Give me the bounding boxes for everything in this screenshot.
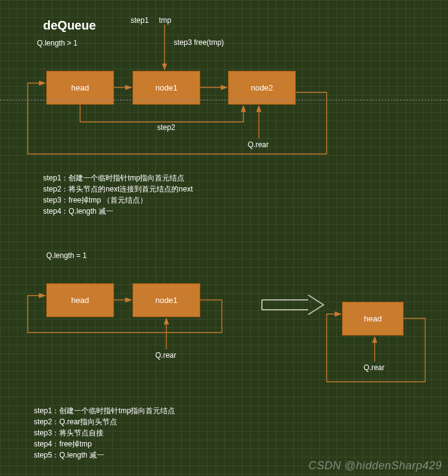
node-node1-2-label: node1 [155, 296, 177, 305]
steps-list-1: step1：创建一个临时指针tmp指向首元结点 step2：将头节点的next连… [43, 172, 193, 217]
diagram-title: deQueue [43, 18, 96, 33]
transform-arrow-icon [259, 292, 327, 317]
s2-step1: step1：创建一个临时指针tmp指向首元结点 [34, 405, 175, 416]
label-tmp: tmp [159, 16, 171, 25]
step3-text: step3：free掉tmp （首元结点） [43, 195, 193, 206]
dashed-divider [0, 100, 448, 100]
node-head-2: head [46, 283, 114, 317]
step1-text: step1：创建一个临时指针tmp指向首元结点 [43, 172, 193, 184]
node-node1-2: node1 [132, 283, 200, 317]
node-head-after: head [342, 302, 404, 336]
s2-step5: step5：Q.length 减一 [34, 450, 175, 461]
node-node1-1-label: node1 [155, 83, 177, 92]
s2-step2: step2：Q.rear指向头节点 [34, 416, 175, 427]
label-step3: step3 free(tmp) [174, 38, 224, 47]
watermark: CSDN @hiddenSharp429 [309, 459, 442, 472]
condition-2: Q.length = 1 [46, 251, 87, 260]
label-step1: step1 [131, 16, 149, 25]
node-head-1-label: head [71, 83, 89, 92]
label-qrear-1: Q.rear [248, 140, 269, 149]
condition-1: Q.length > 1 [37, 39, 78, 47]
steps-list-2: step1：创建一个临时指针tmp指向首元结点 step2：Q.rear指向头节… [34, 405, 175, 461]
s2-step3: step3：将头节点自接 [34, 427, 175, 438]
s2-step4: step4：free掉tmp [34, 438, 175, 450]
label-qrear-2-right: Q.rear [364, 363, 385, 372]
node-head-2-label: head [71, 296, 89, 305]
node-head-after-label: head [364, 314, 382, 323]
node-node2-1-label: node2 [251, 83, 273, 92]
step2-text: step2：将头节点的next连接到首元结点的next [43, 184, 193, 195]
label-step2: step2 [157, 123, 175, 132]
step4-text: step4：Q.length 减一 [43, 206, 193, 217]
label-qrear-2-left: Q.rear [155, 351, 176, 360]
